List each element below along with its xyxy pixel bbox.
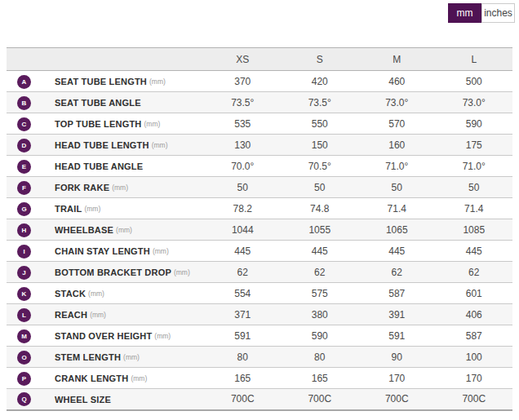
row-letter-badge: I — [17, 245, 31, 259]
cell-value-xs: 700C — [204, 389, 282, 410]
cell-value-m: 71.4 — [358, 198, 436, 219]
row-label: REACH — [55, 310, 87, 320]
row-label-cell: CTOP TUBE LENGTH(mm) — [7, 113, 204, 135]
cell-value-l: 700C — [436, 389, 513, 410]
table-row: ASEAT TUBE LENGTH(mm) 370 420 460 500 — [7, 71, 512, 92]
cell-value-s: 420 — [282, 71, 359, 92]
row-label-cell: FFORK RAKE(mm) — [7, 177, 204, 198]
row-label: TRAIL — [55, 204, 82, 214]
row-unit: (mm) — [152, 141, 168, 149]
table-row: MSTAND OVER HEIGHT(mm) 591 590 591 587 — [7, 325, 512, 347]
row-label-cell: ICHAIN STAY LENGTH(mm) — [7, 241, 204, 262]
row-letter-badge: D — [17, 139, 31, 153]
cell-value-xs: 78.2 — [204, 198, 282, 219]
cell-value-l: 587 — [436, 325, 513, 347]
cell-value-xs: 591 — [204, 325, 282, 347]
cell-value-xs: 165 — [204, 368, 282, 389]
cell-value-l: 406 — [436, 304, 513, 325]
cell-value-s: 575 — [282, 283, 359, 304]
row-unit: (mm) — [153, 247, 169, 255]
column-header-l: L — [436, 48, 513, 71]
cell-value-s: 70.5° — [282, 156, 359, 177]
row-label-cell: DHEAD TUBE LENGTH(mm) — [7, 135, 204, 156]
cell-value-s: 74.8 — [282, 198, 359, 219]
row-label: WHEEL SIZE — [55, 395, 111, 405]
row-unit: (mm) — [123, 353, 140, 361]
cell-value-l: 590 — [436, 113, 513, 135]
row-label: BOTTOM BRACKET DROP — [55, 267, 171, 277]
cell-value-s: 445 — [282, 241, 359, 262]
row-letter-badge: G — [17, 202, 31, 216]
geometry-table: XS S M L ASEAT TUBE LENGTH(mm) 370 420 4… — [7, 47, 512, 411]
table-row: GTRAIL(mm) 78.2 74.8 71.4 71.4 — [7, 198, 512, 219]
cell-value-l: 100 — [436, 347, 513, 368]
cell-value-m: 460 — [358, 71, 436, 92]
row-label: TOP TUBE LENGTH — [55, 119, 142, 129]
cell-value-m: 1065 — [358, 219, 436, 241]
column-header-xs: XS — [204, 48, 282, 71]
cell-value-s: 590 — [282, 325, 359, 347]
mm-button[interactable]: mm — [448, 3, 481, 23]
cell-value-m: 170 — [358, 368, 436, 389]
cell-value-s: 73.5° — [282, 92, 359, 113]
row-label-cell: BSEAT TUBE ANGLE — [7, 92, 204, 113]
cell-value-xs: 1044 — [204, 219, 282, 241]
row-label: HEAD TUBE ANGLE — [55, 161, 143, 171]
cell-value-xs: 554 — [204, 283, 282, 304]
row-label-cell: EHEAD TUBE ANGLE — [7, 156, 204, 177]
column-header-m: M — [358, 48, 436, 71]
row-unit: (mm) — [116, 226, 132, 234]
cell-value-m: 587 — [358, 283, 436, 304]
table-row: HWHEELBASE(mm) 1044 1055 1065 1085 — [7, 219, 512, 241]
cell-value-xs: 73.5° — [204, 92, 282, 113]
cell-value-xs: 70.0° — [204, 156, 282, 177]
row-label-cell: GTRAIL(mm) — [7, 198, 204, 219]
cell-value-m: 570 — [358, 113, 436, 135]
cell-value-xs: 62 — [204, 262, 282, 283]
table-header-row: XS S M L — [7, 48, 512, 71]
row-label: STEM LENGTH — [55, 352, 121, 362]
cell-value-s: 150 — [282, 135, 359, 156]
row-unit: (mm) — [174, 268, 190, 276]
row-label: STACK — [55, 289, 86, 298]
row-label: SEAT TUBE ANGLE — [55, 98, 141, 108]
row-letter-badge: P — [17, 372, 31, 386]
row-unit: (mm) — [88, 290, 104, 298]
table-row: EHEAD TUBE ANGLE 70.0° 70.5° 71.0° 71.0° — [7, 156, 512, 177]
cell-value-m: 90 — [358, 347, 436, 368]
cell-value-s: 1055 — [282, 219, 359, 241]
row-label-cell: KSTACK(mm) — [7, 283, 204, 304]
cell-value-l: 601 — [436, 283, 513, 304]
table-row: BSEAT TUBE ANGLE 73.5° 73.5° 73.0° 73.0° — [7, 92, 512, 113]
row-unit: (mm) — [84, 205, 100, 213]
row-label-cell: LREACH(mm) — [7, 304, 204, 325]
cell-value-xs: 130 — [204, 135, 282, 156]
cell-value-s: 380 — [282, 304, 359, 325]
cell-value-l: 175 — [436, 135, 513, 156]
table-row: JBOTTOM BRACKET DROP(mm) 62 62 62 62 — [7, 262, 512, 283]
cell-value-l: 71.0° — [436, 156, 513, 177]
cell-value-s: 62 — [282, 262, 359, 283]
row-letter-badge: A — [17, 75, 31, 89]
row-label: STAND OVER HEIGHT — [55, 331, 152, 341]
row-unit: (mm) — [112, 183, 128, 192]
cell-value-xs: 535 — [204, 113, 282, 135]
row-unit: (mm) — [90, 311, 106, 319]
row-letter-badge: K — [17, 287, 31, 301]
row-letter-badge: F — [17, 181, 31, 195]
table-row: QWHEEL SIZE 700C 700C 700C 700C — [7, 389, 512, 410]
inches-button[interactable]: inches — [481, 3, 515, 23]
row-label-cell: PCRANK LENGTH(mm) — [7, 368, 204, 389]
row-label: SEAT TUBE LENGTH — [55, 77, 147, 86]
geometry-page: mm inches XS S M L ASEAT TUBE LENGTH(mm)… — [0, 0, 519, 420]
unit-toggle: mm inches — [448, 3, 515, 23]
row-unit: (mm) — [144, 120, 161, 128]
table-row: OSTEM LENGTH(mm) 80 80 90 100 — [7, 347, 512, 368]
cell-value-m: 160 — [358, 135, 436, 156]
row-label: CRANK LENGTH — [55, 374, 128, 383]
cell-value-m: 73.0° — [358, 92, 436, 113]
row-label-cell: JBOTTOM BRACKET DROP(mm) — [7, 262, 204, 283]
table-row: PCRANK LENGTH(mm) 165 165 170 170 — [7, 368, 512, 389]
row-unit: (mm) — [149, 77, 166, 86]
column-header-s: S — [282, 48, 359, 71]
